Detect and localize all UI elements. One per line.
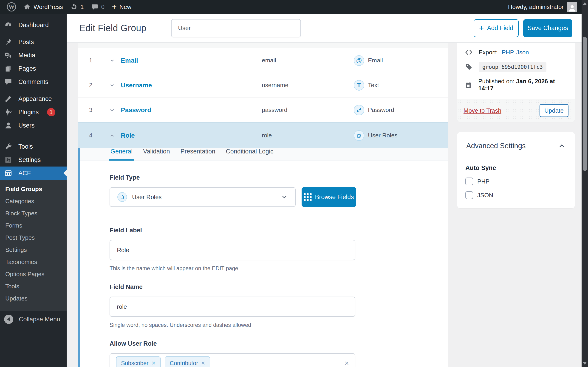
active-menu-arrow <box>63 170 67 176</box>
publish-panel: Export: PHP Json group_695d1900f1fc3 <box>457 42 575 122</box>
update-button[interactable]: Update <box>540 104 569 117</box>
fields-table-header <box>78 43 448 48</box>
published-row: Published on: Jan 6, 2026 at 14:17 <box>464 78 568 92</box>
field-name-input[interactable] <box>110 297 355 317</box>
clear-all-icon[interactable]: × <box>345 359 349 367</box>
php-autosync-option[interactable]: PHP <box>465 177 567 185</box>
sidebar-item-media[interactable]: Media <box>0 49 67 62</box>
tab-presentation[interactable]: Presentation <box>179 148 217 161</box>
scrollbar-thumb[interactable] <box>583 37 587 171</box>
sliders-icon <box>4 156 12 164</box>
tab-general[interactable]: General <box>109 148 134 161</box>
sidebar-item-block-types[interactable]: Block Types <box>0 207 67 219</box>
sidebar-item-label: Plugins <box>18 109 39 116</box>
sidebar-item-acf-settings[interactable]: Settings <box>0 244 67 256</box>
field-type: Password <box>354 105 448 115</box>
remove-tag-icon[interactable]: × <box>201 360 205 366</box>
text-type-icon: T <box>354 80 364 91</box>
field-row-role[interactable]: 4 Role role User Roles <box>78 123 448 148</box>
field-name: role <box>262 132 354 139</box>
field-row-password[interactable]: 3 Password password Password <box>78 98 448 123</box>
field-settings-tabs: General Validation Presentation Conditio… <box>80 148 448 161</box>
pages-icon <box>4 65 12 73</box>
sidebar-item-pages[interactable]: Pages <box>0 62 67 75</box>
page-scrollbar[interactable] <box>582 0 588 367</box>
field-type-setting: Field Type User Roles <box>80 161 448 215</box>
sidebar-item-forms[interactable]: Forms <box>0 219 67 232</box>
tab-conditional-logic[interactable]: Conditional Logic <box>225 148 275 161</box>
field-row-email[interactable]: 1 Email email @ Email <box>78 48 448 73</box>
field-settings-body: Field Type User Roles <box>80 161 448 367</box>
content-area: Edit Field Group + Add Field Save Change… <box>67 14 582 367</box>
sidebar-panels: Export: PHP Json group_695d1900f1fc3 <box>457 42 575 208</box>
avatar[interactable] <box>567 2 577 12</box>
export-row: Export: PHP Json <box>464 48 568 56</box>
admin-bar-right: Howdy, administrator <box>508 2 588 12</box>
move-to-trash-link[interactable]: Move to Trash <box>464 107 502 114</box>
sidebar-item-posts[interactable]: Posts <box>0 35 67 49</box>
field-group-title-input[interactable] <box>171 19 301 37</box>
sidebar-item-settings[interactable]: Settings <box>0 153 67 167</box>
field-row-username[interactable]: 2 Username username T Text <box>78 73 448 98</box>
json-autosync-option[interactable]: JSON <box>465 191 567 199</box>
field-type-select[interactable]: User Roles <box>110 187 296 207</box>
export-php-link[interactable]: PHP <box>502 49 514 56</box>
publish-footer: Move to Trash Update <box>457 99 575 122</box>
comments-link[interactable]: 0 <box>87 3 108 10</box>
chevron-down-icon[interactable] <box>103 82 121 88</box>
dashboard-gauge-icon <box>4 21 12 29</box>
scrollbar-up-arrow[interactable] <box>583 2 587 5</box>
field-label-link[interactable]: Role <box>121 132 262 139</box>
howdy-text[interactable]: Howdy, administrator <box>508 3 564 10</box>
sidebar-item-acf-tools[interactable]: Tools <box>0 280 67 292</box>
sidebar-item-updates[interactable]: Updates <box>0 292 67 305</box>
save-changes-button[interactable]: Save Changes <box>523 19 572 37</box>
chevron-down-icon[interactable] <box>103 107 121 113</box>
field-label-link[interactable]: Password <box>121 106 262 114</box>
site-name-link[interactable]: WordPress <box>20 3 67 10</box>
advanced-settings-header[interactable]: Advanced Settings <box>465 140 567 157</box>
sidebar-item-comments[interactable]: Comments <box>0 75 67 89</box>
scrollbar-down-arrow[interactable] <box>583 362 587 365</box>
chevron-up-icon <box>558 142 566 150</box>
field-type: @ Email <box>354 55 448 66</box>
sidebar-item-options-pages[interactable]: Options Pages <box>0 268 67 280</box>
field-label-input[interactable] <box>110 240 355 260</box>
allow-user-role-label: Allow User Role <box>110 340 418 347</box>
chevron-down-icon <box>281 194 288 200</box>
export-json-link[interactable]: Json <box>516 49 529 56</box>
add-field-label: Add Field <box>487 25 513 32</box>
sidebar-item-plugins[interactable]: Plugins 1 <box>0 106 67 119</box>
sidebar-item-users[interactable]: Users <box>0 119 67 132</box>
sidebar-item-appearance[interactable]: Appearance <box>0 92 67 106</box>
published-prefix: Published on: <box>478 78 515 85</box>
sidebar-item-post-types[interactable]: Post Types <box>0 232 67 244</box>
php-autosync-checkbox[interactable] <box>465 177 473 185</box>
chevron-up-icon[interactable] <box>103 133 121 139</box>
json-autosync-checkbox[interactable] <box>465 191 473 199</box>
group-key-row: group_695d1900f1fc3 <box>464 62 568 72</box>
sidebar-item-label: Tools <box>18 143 33 150</box>
admin-bar-left: W WordPress 1 0 + <box>0 2 135 11</box>
sidebar-item-tools[interactable]: Tools <box>0 140 67 153</box>
admin-menu: Dashboard Posts Media Pages <box>0 14 67 325</box>
sidebar-item-categories[interactable]: Categories <box>0 195 67 207</box>
sidebar-item-dashboard[interactable]: Dashboard <box>0 18 67 32</box>
new-content-menu[interactable]: + New <box>108 3 135 10</box>
collapse-menu-button[interactable]: Collapse Menu <box>0 314 67 325</box>
browse-fields-button[interactable]: Browse Fields <box>302 187 356 207</box>
allow-user-role-input[interactable]: Subscriber × Contributor × × <box>110 353 355 367</box>
sidebar-item-acf[interactable]: ACF <box>0 167 67 180</box>
wp-logo-menu[interactable]: W <box>3 2 20 11</box>
field-name: email <box>262 57 354 64</box>
sidebar-item-field-groups[interactable]: Field Groups <box>0 183 67 195</box>
remove-tag-icon[interactable]: × <box>152 360 156 366</box>
tab-validation[interactable]: Validation <box>142 148 171 161</box>
sidebar-item-taxonomies[interactable]: Taxonomies <box>0 256 67 268</box>
field-name-help: Single word, no spaces. Underscores and … <box>110 322 418 328</box>
add-field-button[interactable]: + Add Field <box>474 19 519 37</box>
chevron-down-icon[interactable] <box>103 58 121 64</box>
field-label-link[interactable]: Username <box>121 82 262 89</box>
field-label-link[interactable]: Email <box>121 57 262 64</box>
updates-link[interactable]: 1 <box>67 3 87 10</box>
